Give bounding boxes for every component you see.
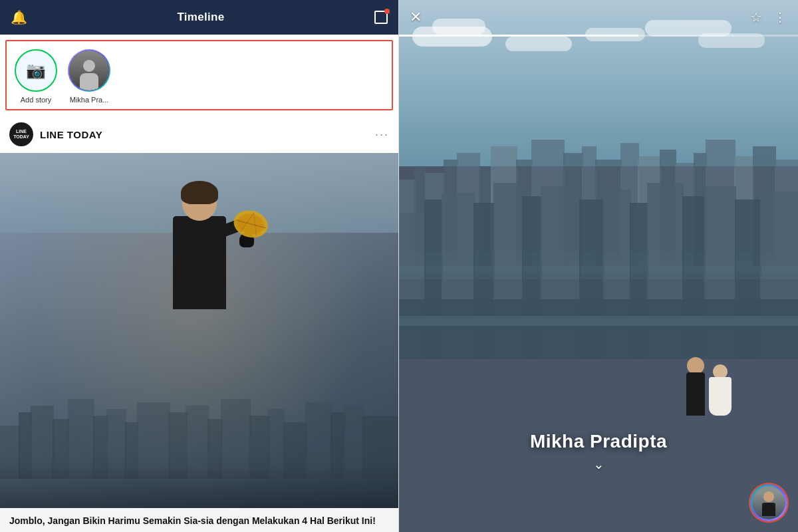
story-person-name: Mikha Pradipta (530, 431, 667, 452)
line-today-logo-text: LINETODAY (13, 129, 29, 140)
bell-icon[interactable]: 🔔 (11, 9, 27, 25)
man-body (686, 372, 705, 416)
svg-rect-64 (399, 316, 798, 326)
thumb-red-border (749, 483, 789, 523)
couple-figures (686, 357, 732, 416)
line-today-name: LINE TODAY (40, 129, 102, 140)
left-panel: 🔔 Timeline 📷 Add story (0, 0, 399, 532)
figure-woman (709, 364, 732, 416)
line-today-more[interactable]: ··· (375, 128, 389, 142)
add-story-inner: 📷 (16, 51, 56, 90)
mikha-story-avatar (68, 49, 110, 92)
square-icon[interactable] (374, 11, 388, 24)
story-progress-bar (399, 35, 798, 37)
person-head (83, 60, 95, 72)
add-story-avatar: 📷 (15, 49, 57, 92)
story-name-overlay: Mikha Pradipta (399, 431, 798, 452)
news-caption: Jomblo, Jangan Bikin Harimu Semakin Sia-… (0, 508, 398, 532)
woman-hair (181, 181, 218, 204)
mikha-story-label: Mikha Pra... (70, 96, 109, 104)
news-image-area[interactable]: Jomblo, Jangan Bikin Harimu Semakin Sia-… (0, 153, 398, 532)
chevron-down[interactable]: ⌄ (593, 456, 604, 472)
woman-dress (709, 377, 732, 416)
story-star-icon[interactable]: ☆ (750, 9, 762, 25)
stories-row: 📷 Add story (15, 49, 384, 104)
figure-man (686, 357, 705, 416)
person-silhouette (76, 57, 102, 90)
cloud-3 (505, 37, 572, 51)
svg-rect-63 (399, 299, 798, 359)
news-caption-text: Jomblo, Jangan Bikin Harimu Semakin Sia-… (9, 515, 376, 526)
story-progress-fill (399, 35, 638, 37)
story-more-icon[interactable]: ⋮ (774, 10, 787, 25)
thumb-wrapper (750, 484, 787, 521)
ground (0, 452, 398, 479)
header-title: Timeline (177, 11, 224, 24)
line-today-left: LINETODAY LINE TODAY (9, 122, 102, 146)
mikha-story-inner (69, 51, 109, 90)
camera-icon: 📷 (26, 61, 46, 80)
stories-section: 📷 Add story (5, 40, 393, 110)
person-body (80, 73, 98, 90)
mikha-placeholder (69, 51, 109, 90)
story-thumb-container[interactable] (750, 484, 787, 521)
story-top-right: ☆ ⋮ (750, 9, 787, 25)
woman-scene (133, 173, 266, 359)
news-image-bg (0, 153, 398, 532)
add-story-item[interactable]: 📷 Add story (15, 49, 57, 104)
city-svg (399, 80, 798, 359)
mikha-story-item[interactable]: Mikha Pra... (68, 49, 110, 104)
line-today-logo: LINETODAY (9, 122, 33, 146)
timeline-header: 🔔 Timeline (0, 0, 398, 35)
story-top-bar: ✕ ☆ ⋮ (399, 0, 798, 35)
line-today-header: LINETODAY LINE TODAY ··· (0, 116, 398, 153)
right-panel: ✕ ☆ ⋮ Mikha Pradipta ⌄ (399, 0, 798, 532)
story-close-icon[interactable]: ✕ (410, 9, 422, 26)
add-story-label: Add story (21, 96, 51, 104)
